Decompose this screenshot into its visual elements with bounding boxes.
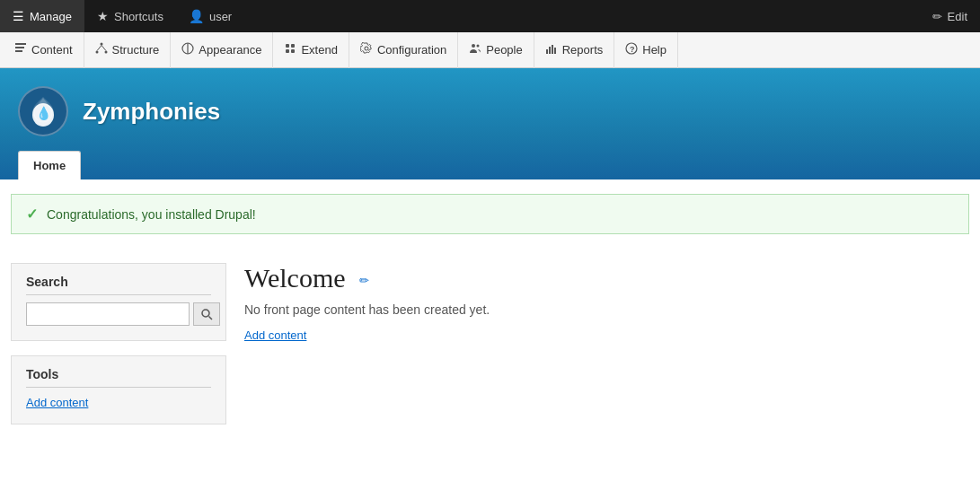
home-tab-label: Home bbox=[33, 159, 66, 172]
nav-content-label: Content bbox=[31, 43, 73, 57]
nav-structure-label: Structure bbox=[112, 43, 160, 57]
site-navigation: Home bbox=[18, 151, 962, 179]
nav-appearance[interactable]: Appearance bbox=[171, 32, 273, 68]
edit-button[interactable]: ✏ Edit bbox=[920, 10, 980, 23]
svg-point-23 bbox=[202, 310, 209, 317]
sidebar: Search Tools Add content bbox=[11, 263, 226, 439]
edit-label: Edit bbox=[948, 10, 967, 23]
tools-block: Tools Add content bbox=[11, 355, 226, 424]
home-tab[interactable]: Home bbox=[18, 151, 81, 179]
svg-text:💧: 💧 bbox=[36, 106, 52, 121]
nav-reports-label: Reports bbox=[562, 43, 604, 57]
edit-icon: ✏ bbox=[932, 10, 942, 23]
appearance-icon bbox=[181, 42, 194, 57]
search-input[interactable] bbox=[26, 302, 190, 326]
svg-rect-1 bbox=[15, 47, 24, 48]
page-edit-link[interactable]: ✏ bbox=[359, 274, 369, 287]
manage-label: Manage bbox=[30, 10, 72, 23]
search-block: Search bbox=[11, 263, 226, 341]
user-label: user bbox=[209, 10, 232, 23]
user-icon: 👤 bbox=[189, 9, 204, 23]
people-icon bbox=[469, 42, 481, 57]
configuration-icon bbox=[360, 42, 373, 57]
admin-toolbar: ☰ Manage ★ Shortcuts 👤 user ✏ Edit bbox=[0, 0, 980, 32]
svg-rect-9 bbox=[291, 44, 295, 48]
svg-point-13 bbox=[477, 45, 480, 48]
main-content: ✓ Congratulations, you installed Drupal!… bbox=[0, 194, 980, 490]
manage-button[interactable]: ☰ Manage bbox=[0, 0, 84, 32]
content-layout: Search Tools Add content bbox=[0, 249, 980, 453]
content-icon bbox=[14, 42, 27, 57]
page-title-text: Welcome bbox=[244, 263, 346, 293]
nav-appearance-label: Appearance bbox=[199, 43, 261, 57]
status-text: Congratulations, you installed Drupal! bbox=[47, 207, 256, 222]
svg-rect-15 bbox=[549, 47, 551, 54]
star-icon: ★ bbox=[97, 9, 109, 23]
svg-rect-16 bbox=[552, 45, 553, 54]
nav-configuration[interactable]: Configuration bbox=[349, 32, 458, 68]
svg-rect-2 bbox=[15, 50, 22, 52]
search-block-title: Search bbox=[26, 275, 211, 295]
nav-people-label: People bbox=[486, 43, 522, 57]
add-content-link[interactable]: Add content bbox=[244, 328, 306, 342]
reports-icon bbox=[545, 42, 558, 57]
search-form bbox=[26, 302, 211, 326]
nav-extend[interactable]: Extend bbox=[273, 32, 349, 68]
sidebar-add-content-link[interactable]: Add content bbox=[26, 396, 88, 409]
svg-rect-8 bbox=[286, 44, 289, 48]
svg-rect-14 bbox=[546, 49, 548, 54]
nav-structure[interactable]: Structure bbox=[84, 32, 172, 68]
shortcuts-label: Shortcuts bbox=[114, 10, 163, 23]
main-area: Welcome ✏ No front page content has been… bbox=[244, 263, 969, 439]
status-message: ✓ Congratulations, you installed Drupal! bbox=[11, 194, 969, 234]
check-icon: ✓ bbox=[26, 206, 38, 223]
svg-line-7 bbox=[102, 46, 106, 51]
svg-point-3 bbox=[100, 43, 102, 46]
user-button[interactable]: 👤 user bbox=[176, 0, 244, 32]
nav-help-label: Help bbox=[642, 43, 667, 57]
search-button[interactable] bbox=[193, 302, 220, 326]
nav-content[interactable]: Content bbox=[4, 32, 84, 68]
svg-rect-10 bbox=[286, 49, 289, 53]
svg-line-6 bbox=[97, 46, 102, 51]
nav-help[interactable]: ? Help bbox=[614, 32, 678, 68]
svg-line-24 bbox=[209, 317, 213, 320]
no-content-text: No front page content has been created y… bbox=[244, 302, 969, 317]
menu-icon: ☰ bbox=[13, 9, 24, 23]
secondary-nav: Content Structure Appearance Extend Conf… bbox=[0, 32, 980, 68]
site-logo: 💧 bbox=[18, 86, 68, 136]
nav-reports[interactable]: Reports bbox=[534, 32, 615, 68]
nav-extend-label: Extend bbox=[301, 43, 337, 57]
nav-people[interactable]: People bbox=[458, 32, 534, 68]
svg-text:?: ? bbox=[630, 45, 635, 54]
site-header-inner: 💧 Zymphonies bbox=[18, 86, 962, 151]
toolbar-left: ☰ Manage ★ Shortcuts 👤 user bbox=[0, 0, 920, 32]
shortcuts-button[interactable]: ★ Shortcuts bbox=[84, 0, 176, 32]
nav-configuration-label: Configuration bbox=[377, 43, 446, 57]
extend-icon bbox=[284, 42, 296, 57]
svg-point-4 bbox=[95, 51, 98, 54]
help-icon: ? bbox=[625, 42, 638, 57]
svg-point-5 bbox=[104, 51, 107, 54]
site-header: 💧 Zymphonies Home bbox=[0, 68, 980, 179]
site-name: Zymphonies bbox=[83, 98, 220, 126]
tools-block-title: Tools bbox=[26, 367, 211, 388]
svg-rect-17 bbox=[554, 48, 556, 54]
page-title: Welcome ✏ bbox=[244, 263, 969, 293]
svg-rect-0 bbox=[15, 43, 26, 45]
search-icon bbox=[200, 308, 213, 320]
svg-point-12 bbox=[472, 44, 475, 48]
structure-icon bbox=[95, 42, 108, 57]
svg-rect-11 bbox=[291, 49, 295, 53]
